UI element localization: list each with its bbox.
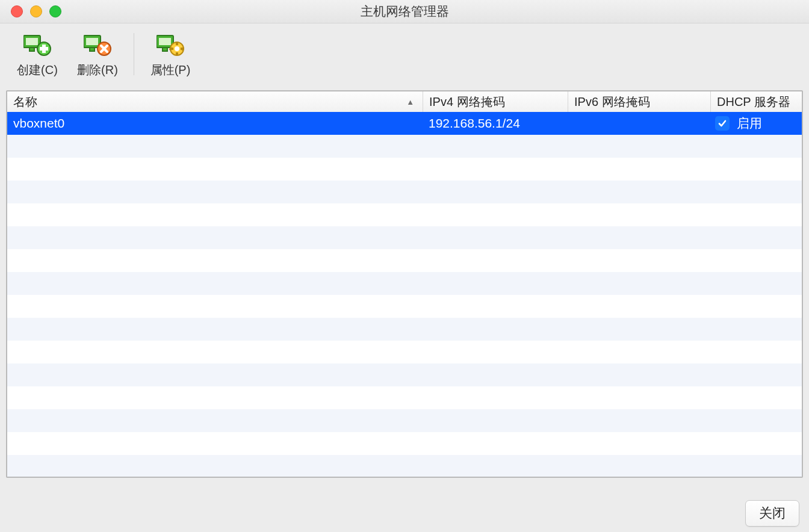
table-row[interactable] [7,318,802,341]
table-row[interactable] [7,226,802,249]
column-dhcp[interactable]: DHCP 服务器 [711,91,802,112]
svg-rect-7 [86,38,98,45]
remove-label: 删除(R) [77,62,118,78]
remove-button[interactable]: 删除(R) [67,27,128,81]
footer: 关闭 [0,495,809,532]
table-header: 名称 ▲ IPv4 网络掩码 IPv6 网络掩码 DHCP 服务器 [7,91,802,112]
table-row[interactable] [7,455,802,477]
column-ipv6[interactable]: IPv6 网络掩码 [568,91,711,112]
toolbar: 创建(C) 删除(R) [0,23,809,85]
cell-name: vboxnet0 [7,116,423,131]
svg-point-20 [175,46,179,51]
dhcp-checkbox[interactable] [715,116,730,131]
network-remove-icon [83,31,112,57]
table-row[interactable] [7,341,802,363]
table-row[interactable] [7,409,802,432]
svg-rect-11 [159,38,171,45]
table-row[interactable] [7,249,802,272]
svg-rect-1 [26,38,38,45]
column-ipv4[interactable]: IPv4 网络掩码 [423,91,568,112]
cell-dhcp: 启用 [709,115,802,132]
column-name[interactable]: 名称 ▲ [7,91,423,112]
table-row[interactable] [7,181,802,203]
table-row[interactable] [7,272,802,295]
cell-ipv4: 192.168.56.1/24 [423,116,567,131]
properties-button[interactable]: 属性(P) [140,27,200,81]
column-dhcp-label: DHCP 服务器 [717,94,790,110]
table-row[interactable] [7,135,802,158]
svg-rect-12 [163,48,167,51]
create-label: 创建(C) [17,62,58,78]
svg-rect-14 [176,42,178,45]
network-settings-icon [156,31,185,57]
sort-indicator-icon: ▲ [406,97,414,107]
table-row[interactable] [7,295,802,318]
network-add-icon [23,31,52,57]
column-ipv4-label: IPv4 网络掩码 [429,94,505,110]
column-ipv6-label: IPv6 网络掩码 [574,94,650,110]
window-title: 主机网络管理器 [0,3,809,20]
create-button[interactable]: 创建(C) [7,27,67,81]
svg-rect-15 [176,52,178,55]
properties-label: 属性(P) [150,62,191,78]
table-row[interactable] [7,363,802,386]
table-row[interactable] [7,203,802,226]
toolbar-separator [134,33,134,75]
table-row[interactable] [7,386,802,409]
column-name-label: 名称 [13,94,37,110]
svg-rect-5 [40,47,48,51]
titlebar: 主机网络管理器 [0,0,809,23]
network-table-panel: 名称 ▲ IPv4 网络掩码 IPv6 网络掩码 DHCP 服务器 vboxne… [6,90,803,478]
svg-rect-2 [29,48,34,51]
svg-rect-8 [90,48,95,51]
table-row[interactable] [7,432,802,455]
close-button[interactable]: 关闭 [745,500,799,527]
dhcp-label: 启用 [737,115,762,132]
table-row[interactable]: vboxnet0192.168.56.1/24启用 [7,112,802,135]
table-body: vboxnet0192.168.56.1/24启用 [7,112,802,477]
table-row[interactable] [7,158,802,181]
